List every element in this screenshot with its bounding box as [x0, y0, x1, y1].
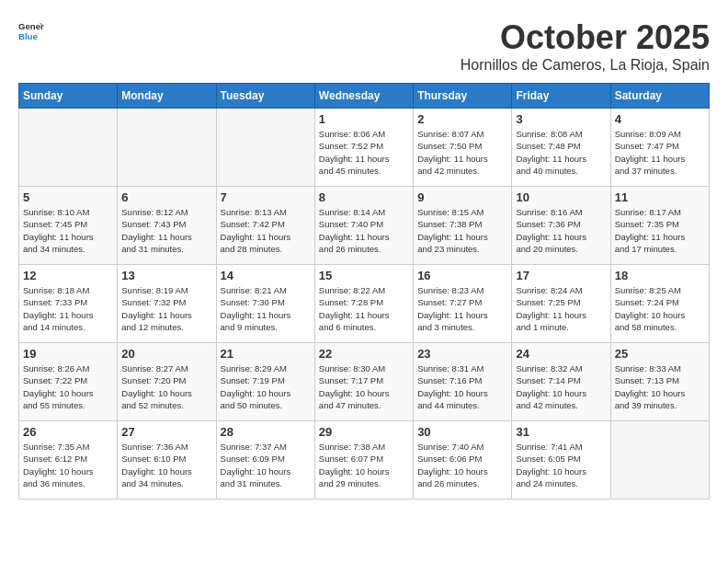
day-info: Sunrise: 8:24 AM Sunset: 7:25 PM Dayligh…: [516, 284, 606, 333]
day-cell-0-5: 3Sunrise: 8:08 AM Sunset: 7:48 PM Daylig…: [512, 109, 610, 187]
day-number: 7: [221, 190, 311, 204]
header-wednesday: Wednesday: [314, 84, 413, 109]
day-cell-0-4: 2Sunrise: 8:07 AM Sunset: 7:50 PM Daylig…: [414, 109, 512, 187]
day-info: Sunrise: 7:37 AM Sunset: 6:09 PM Dayligh…: [221, 441, 311, 489]
day-info: Sunrise: 8:08 AM Sunset: 7:48 PM Dayligh…: [516, 128, 606, 177]
header: General Blue October 2025 Hornillos de C…: [18, 18, 710, 74]
day-cell-1-1: 6Sunrise: 8:12 AM Sunset: 7:43 PM Daylig…: [118, 187, 216, 265]
day-cell-4-3: 29Sunrise: 7:38 AM Sunset: 6:07 PM Dayli…: [314, 421, 413, 500]
day-number: 15: [319, 269, 409, 282]
day-cell-2-3: 15Sunrise: 8:22 AM Sunset: 7:28 PM Dayli…: [314, 265, 413, 343]
day-number: 23: [417, 347, 507, 361]
day-info: Sunrise: 8:14 AM Sunset: 7:40 PM Dayligh…: [319, 206, 409, 255]
day-number: 29: [319, 425, 409, 439]
week-row-5: 26Sunrise: 7:35 AM Sunset: 6:12 PM Dayli…: [19, 421, 710, 500]
day-cell-3-1: 20Sunrise: 8:27 AM Sunset: 7:20 PM Dayli…: [118, 343, 216, 421]
day-number: 27: [121, 425, 211, 439]
header-sunday: Sunday: [19, 84, 118, 109]
day-number: 6: [121, 190, 211, 204]
week-row-3: 12Sunrise: 8:18 AM Sunset: 7:33 PM Dayli…: [19, 265, 710, 343]
day-info: Sunrise: 8:29 AM Sunset: 7:19 PM Dayligh…: [221, 362, 311, 411]
day-info: Sunrise: 8:25 AM Sunset: 7:24 PM Dayligh…: [615, 284, 705, 333]
day-cell-0-0: [19, 109, 118, 187]
day-info: Sunrise: 8:31 AM Sunset: 7:16 PM Dayligh…: [417, 362, 507, 411]
day-info: Sunrise: 7:40 AM Sunset: 6:06 PM Dayligh…: [417, 441, 507, 489]
day-number: 31: [516, 425, 606, 439]
week-row-1: 1Sunrise: 8:06 AM Sunset: 7:52 PM Daylig…: [19, 109, 710, 187]
day-cell-4-6: [610, 421, 709, 500]
day-info: Sunrise: 8:12 AM Sunset: 7:43 PM Dayligh…: [121, 206, 211, 255]
day-info: Sunrise: 8:17 AM Sunset: 7:35 PM Dayligh…: [615, 206, 705, 255]
day-number: 17: [516, 269, 606, 282]
day-info: Sunrise: 8:15 AM Sunset: 7:38 PM Dayligh…: [417, 206, 507, 255]
day-cell-0-3: 1Sunrise: 8:06 AM Sunset: 7:52 PM Daylig…: [314, 109, 413, 187]
header-tuesday: Tuesday: [216, 84, 314, 109]
day-info: Sunrise: 8:18 AM Sunset: 7:33 PM Dayligh…: [23, 284, 113, 333]
day-info: Sunrise: 8:33 AM Sunset: 7:13 PM Dayligh…: [615, 362, 705, 411]
day-number: 11: [615, 190, 705, 204]
day-number: 3: [516, 112, 606, 126]
day-cell-3-0: 19Sunrise: 8:26 AM Sunset: 7:22 PM Dayli…: [19, 343, 118, 421]
svg-text:Blue: Blue: [18, 31, 38, 41]
weekday-header-row: Sunday Monday Tuesday Wednesday Thursday…: [19, 84, 710, 109]
day-number: 5: [23, 190, 113, 204]
day-info: Sunrise: 8:19 AM Sunset: 7:32 PM Dayligh…: [121, 284, 211, 333]
day-number: 14: [221, 269, 311, 282]
day-number: 26: [23, 425, 113, 439]
day-info: Sunrise: 8:27 AM Sunset: 7:20 PM Dayligh…: [121, 362, 211, 411]
day-number: 2: [417, 112, 507, 126]
header-thursday: Thursday: [414, 84, 512, 109]
header-saturday: Saturday: [610, 84, 709, 109]
day-number: 28: [221, 425, 311, 439]
day-number: 12: [23, 269, 113, 282]
day-cell-4-0: 26Sunrise: 7:35 AM Sunset: 6:12 PM Dayli…: [19, 421, 118, 500]
day-number: 13: [121, 269, 211, 282]
day-cell-3-3: 22Sunrise: 8:30 AM Sunset: 7:17 PM Dayli…: [314, 343, 413, 421]
calendar-subtitle: Hornillos de Cameros, La Rioja, Spain: [461, 57, 710, 74]
svg-text:General: General: [18, 21, 44, 31]
day-number: 10: [516, 190, 606, 204]
day-number: 25: [615, 347, 705, 361]
day-cell-0-2: [216, 109, 314, 187]
title-area: October 2025 Hornillos de Cameros, La Ri…: [461, 18, 710, 74]
day-info: Sunrise: 8:06 AM Sunset: 7:52 PM Dayligh…: [319, 128, 409, 177]
day-info: Sunrise: 8:16 AM Sunset: 7:36 PM Dayligh…: [516, 206, 606, 255]
header-monday: Monday: [118, 84, 216, 109]
day-info: Sunrise: 8:32 AM Sunset: 7:14 PM Dayligh…: [516, 362, 606, 411]
header-friday: Friday: [512, 84, 610, 109]
day-cell-3-6: 25Sunrise: 8:33 AM Sunset: 7:13 PM Dayli…: [610, 343, 709, 421]
day-number: 20: [121, 347, 211, 361]
day-cell-3-5: 24Sunrise: 8:32 AM Sunset: 7:14 PM Dayli…: [512, 343, 610, 421]
day-cell-1-0: 5Sunrise: 8:10 AM Sunset: 7:45 PM Daylig…: [19, 187, 118, 265]
day-cell-0-1: [118, 109, 216, 187]
day-number: 16: [417, 269, 507, 282]
day-info: Sunrise: 8:23 AM Sunset: 7:27 PM Dayligh…: [417, 284, 507, 333]
week-row-4: 19Sunrise: 8:26 AM Sunset: 7:22 PM Dayli…: [19, 343, 710, 421]
day-number: 4: [615, 112, 705, 126]
day-cell-2-0: 12Sunrise: 8:18 AM Sunset: 7:33 PM Dayli…: [19, 265, 118, 343]
day-cell-2-1: 13Sunrise: 8:19 AM Sunset: 7:32 PM Dayli…: [118, 265, 216, 343]
logo-icon: General Blue: [18, 18, 44, 44]
day-cell-4-5: 31Sunrise: 7:41 AM Sunset: 6:05 PM Dayli…: [512, 421, 610, 500]
day-info: Sunrise: 7:36 AM Sunset: 6:10 PM Dayligh…: [121, 441, 211, 489]
day-cell-2-2: 14Sunrise: 8:21 AM Sunset: 7:30 PM Dayli…: [216, 265, 314, 343]
day-cell-1-5: 10Sunrise: 8:16 AM Sunset: 7:36 PM Dayli…: [512, 187, 610, 265]
day-number: 24: [516, 347, 606, 361]
day-cell-1-3: 8Sunrise: 8:14 AM Sunset: 7:40 PM Daylig…: [314, 187, 413, 265]
day-cell-1-2: 7Sunrise: 8:13 AM Sunset: 7:42 PM Daylig…: [216, 187, 314, 265]
day-number: 9: [417, 190, 507, 204]
day-info: Sunrise: 8:10 AM Sunset: 7:45 PM Dayligh…: [23, 206, 113, 255]
day-info: Sunrise: 7:41 AM Sunset: 6:05 PM Dayligh…: [516, 441, 606, 489]
day-info: Sunrise: 8:22 AM Sunset: 7:28 PM Dayligh…: [319, 284, 409, 333]
day-cell-2-6: 18Sunrise: 8:25 AM Sunset: 7:24 PM Dayli…: [610, 265, 709, 343]
day-info: Sunrise: 7:35 AM Sunset: 6:12 PM Dayligh…: [23, 441, 113, 489]
day-info: Sunrise: 7:38 AM Sunset: 6:07 PM Dayligh…: [319, 441, 409, 489]
day-cell-3-4: 23Sunrise: 8:31 AM Sunset: 7:16 PM Dayli…: [414, 343, 512, 421]
day-number: 19: [23, 347, 113, 361]
day-info: Sunrise: 8:09 AM Sunset: 7:47 PM Dayligh…: [615, 128, 705, 177]
day-number: 8: [319, 190, 409, 204]
logo: General Blue: [18, 18, 44, 44]
day-cell-2-5: 17Sunrise: 8:24 AM Sunset: 7:25 PM Dayli…: [512, 265, 610, 343]
day-info: Sunrise: 8:30 AM Sunset: 7:17 PM Dayligh…: [319, 362, 409, 411]
day-cell-0-6: 4Sunrise: 8:09 AM Sunset: 7:47 PM Daylig…: [610, 109, 709, 187]
